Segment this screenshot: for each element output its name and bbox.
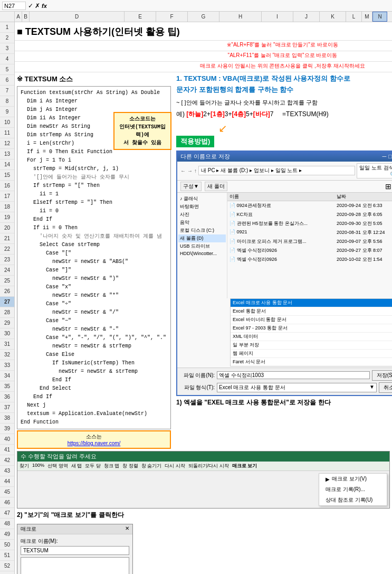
ribbon-tab-3[interactable]: 선택 영역 <box>47 463 68 469</box>
cross-icon[interactable]: ✗ <box>35 2 40 10</box>
format-option-7[interactable]: Faret 서식 문서 <box>231 357 392 366</box>
col-header-h[interactable]: H <box>219 12 262 22</box>
row-16[interactable]: 16 <box>0 181 14 191</box>
cell-reference[interactable]: N27 <box>2 2 26 10</box>
row-28[interactable]: 28 <box>0 307 14 318</box>
row-47[interactable]: 47 <box>0 508 14 519</box>
row-36[interactable]: 36 <box>0 392 14 402</box>
ribbon-tab-11[interactable]: 매크로 보기 <box>232 463 257 469</box>
sidebar-item-d[interactable]: 새 볼륨 (D) <box>178 234 226 242</box>
context-menu-item-2[interactable]: 매크로 기록(R)... <box>319 484 387 495</box>
row-14[interactable]: 14 <box>0 159 14 170</box>
col-header-i[interactable]: I <box>262 12 293 22</box>
ribbon-tab-1[interactable]: 찾기 <box>20 463 29 469</box>
row-29[interactable]: 29 <box>0 318 14 328</box>
file-item-4[interactable]: 📄 0921 2020-08-31 오후 12:24 <box>227 228 392 237</box>
row-43[interactable]: 43 <box>0 466 14 476</box>
row-49[interactable]: 49 <box>0 529 14 540</box>
ribbon-tab-5[interactable]: 모두 닫 <box>85 463 101 469</box>
organize-btn[interactable]: 구성▼ <box>180 182 202 191</box>
source-link[interactable]: https://blog.naver.com/ <box>68 440 121 446</box>
row-38[interactable]: 38 <box>0 413 14 424</box>
row-32[interactable]: 32 <box>0 350 14 360</box>
ribbon-tab-8[interactable]: 창 숨기기 <box>141 463 162 469</box>
macro-name-input[interactable] <box>21 546 129 555</box>
col-header-k[interactable]: K <box>320 12 346 22</box>
row-35[interactable]: 35 <box>0 381 14 392</box>
row-5[interactable]: 5 <box>0 64 14 75</box>
search-box[interactable]: 일일 노트 검색 🔍 <box>357 163 392 178</box>
format-option-3[interactable]: Excel 97 - 2003 통합 문서 <box>231 324 392 332</box>
row-9[interactable]: 9 <box>0 107 14 117</box>
file-item-7[interactable]: 📄 엑셀 수식정리0926 2020-10-02 오전 1:54 <box>227 255 392 264</box>
row-20[interactable]: 20 <box>0 223 14 233</box>
row-2[interactable]: 2 <box>0 33 14 43</box>
format-option-6[interactable]: 웹 페이지 <box>231 349 392 357</box>
checkmark-icon[interactable]: ✓ <box>28 2 33 10</box>
macro-list[interactable] <box>21 557 129 574</box>
row-25[interactable]: 25 <box>0 276 14 286</box>
file-item-2[interactable]: 📄 KC차표 2020-09-28 오후 6:05 <box>227 210 392 219</box>
sidebar-item-music2[interactable]: 음악 <box>178 219 226 227</box>
row-3[interactable]: 3 <box>0 43 14 54</box>
sidebar-item-desktop[interactable]: 바탕화면 <box>178 203 226 211</box>
sidebar-item-hdd[interactable]: HDD\(Wincotter... <box>178 250 226 257</box>
ribbon-tab-2[interactable]: 100% <box>32 463 44 469</box>
ribbon-tab-7[interactable]: 창 정렬 <box>122 463 138 469</box>
row-31[interactable]: 31 <box>0 339 14 350</box>
row-26[interactable]: 26 <box>0 286 14 297</box>
macro-dialog-close[interactable]: ✕ <box>125 525 129 533</box>
row-48[interactable]: 48 <box>0 519 14 529</box>
row-39[interactable]: 39 <box>0 424 14 434</box>
file-item-6[interactable]: 📄 엑셀 수식정리0926 2020-09-27 오후 8:07 <box>227 246 392 255</box>
row-4[interactable]: 4 <box>0 54 14 64</box>
row-27[interactable]: 27 <box>0 297 14 307</box>
format-option-4[interactable]: XML 데이터 <box>231 332 392 341</box>
col-header-d[interactable]: D <box>30 12 125 22</box>
row-18[interactable]: 18 <box>0 202 14 212</box>
filetype-select[interactable]: Excel 매크로 사용 통합 문서 ▼ <box>217 383 377 392</box>
row-44[interactable]: 44 <box>0 476 14 487</box>
ribbon-tab-6[interactable]: 청크 맵 <box>104 463 120 469</box>
new-folder-btn[interactable]: 새 폴더 <box>205 182 227 191</box>
row-7[interactable]: 7 <box>0 86 14 96</box>
save-button[interactable]: 저장(S) <box>372 370 392 381</box>
row-34[interactable]: 34 <box>0 371 14 381</box>
row-53[interactable]: 53 <box>0 571 14 574</box>
file-item-3[interactable]: 📄 관련된 H5정보를 통한 온실가스... 2020-09-30 오전 5:0… <box>227 219 392 228</box>
ribbon-tab-4[interactable]: 새 탭 <box>71 463 82 469</box>
col-header-n[interactable]: N <box>372 12 387 22</box>
view-icon[interactable]: ⊞ <box>385 182 391 191</box>
format-option-5[interactable]: 일 부분 저장 <box>231 341 392 349</box>
row-37[interactable]: 37 <box>0 402 14 413</box>
row-11[interactable]: 11 <box>0 128 14 138</box>
row-12[interactable]: 12 <box>0 138 14 149</box>
col-header-f[interactable]: F <box>156 12 188 22</box>
col-header-g[interactable]: G <box>188 12 219 22</box>
row-1[interactable]: 1 <box>0 22 14 33</box>
format-option-1[interactable]: Excel 통합 문서 <box>231 307 392 315</box>
col-header-e[interactable]: E <box>125 12 156 22</box>
col-header-j[interactable]: J <box>293 12 320 22</box>
row-19[interactable]: 19 <box>0 212 14 223</box>
address-path[interactable]: 내 PC ▸ 새 볼륨 (D:) ▸ 업보니 ▸ 일일 노트 ▸ <box>198 166 355 175</box>
row-42[interactable]: 42 <box>0 455 14 466</box>
format-dropdown[interactable]: Excel 매크로 사용 통합 문서 Excel 통합 문서 Excel 바이너… <box>230 298 392 366</box>
row-13[interactable]: 13 <box>0 149 14 159</box>
row-23[interactable]: 23 <box>0 255 14 265</box>
row-6[interactable]: 6 <box>0 75 14 86</box>
col-header-m[interactable]: M <box>362 12 372 22</box>
minimize-btn[interactable]: ─ <box>383 153 387 160</box>
row-46[interactable]: 46 <box>0 497 14 508</box>
row-51[interactable]: 51 <box>0 550 14 561</box>
cancel-button[interactable]: 취소 <box>379 382 392 393</box>
context-menu-item-1[interactable]: ▶ 매크로 보기(V) <box>319 474 387 484</box>
row-15[interactable]: 15 <box>0 170 14 181</box>
row-52[interactable]: 52 <box>0 561 14 571</box>
row-21[interactable]: 21 <box>0 233 14 244</box>
maximize-btn[interactable]: □ <box>388 153 392 160</box>
file-item-1[interactable]: 📄 0924관세청자료 2020-09-24 오전 6:33 <box>227 201 392 210</box>
sidebar-item-music[interactable]: ♪ 클래식 <box>178 195 226 203</box>
context-menu-item-3[interactable]: 상대 참조로 기록(U) <box>319 495 387 505</box>
row-41[interactable]: 41 <box>0 445 14 455</box>
